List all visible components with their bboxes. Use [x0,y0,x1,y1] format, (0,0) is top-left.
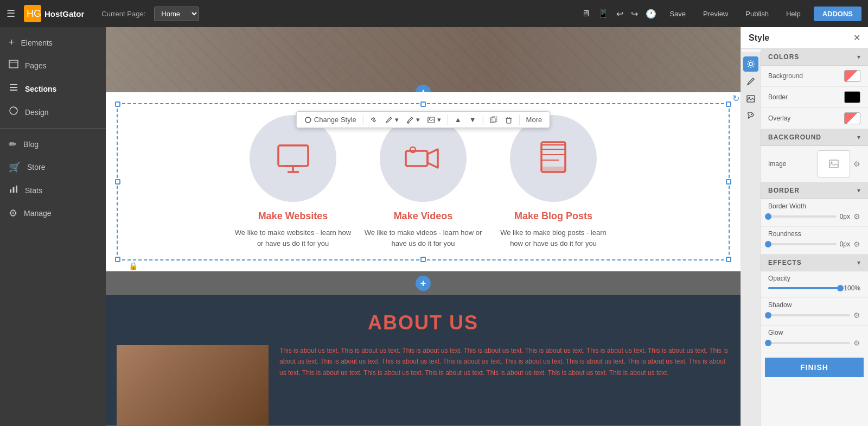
brush-icon [406,116,414,124]
sidebar-item-label: Design [25,108,49,117]
svg-rect-33 [747,96,755,102]
background-color-swatch-wrap: ▾ [844,70,860,82]
glow-gear-icon[interactable]: ⚙ [853,339,860,347]
border-color-swatch[interactable] [844,91,860,103]
roundness-slider[interactable] [768,243,837,245]
logo: HG HostGator [24,5,84,22]
colors-section-header[interactable]: COLORS ▾ [761,49,868,66]
svg-rect-14 [490,118,495,123]
sidebar-item-manage[interactable]: ⚙ Manage [0,202,106,225]
border-width-slider[interactable] [768,215,837,218]
duplicate-button[interactable] [487,115,501,125]
glow-label: Glow [768,329,783,336]
help-button[interactable]: Help [782,8,805,20]
resize-handle-tr[interactable] [726,101,731,107]
image-button[interactable]: ▾ [424,114,444,125]
roundness-value: 0px [840,240,850,248]
sidebar-item-sections[interactable]: Sections [0,77,106,100]
opacity-value: 100% [844,284,860,292]
effects-collapse-icon: ▾ [857,259,860,266]
glow-thumb[interactable] [765,340,771,346]
strip-settings-icon[interactable] [743,56,758,72]
background-color-swatch[interactable] [844,70,860,82]
move-down-button[interactable]: ▼ [466,114,480,125]
link-icon [370,116,378,124]
shadow-slider[interactable] [768,314,850,316]
border-width-row: Border Width 0px ⚙ [761,199,868,227]
tablet-view-icon[interactable]: 📱 [598,9,609,19]
border-property-row: Border ▾ [761,87,868,108]
save-button[interactable]: Save [665,8,690,20]
sidebar-item-elements[interactable]: + Elements [0,31,106,54]
strip-brush-icon[interactable] [743,74,758,89]
panel-close-button[interactable]: ✕ [853,33,860,43]
resize-handle-br[interactable] [726,257,731,262]
opacity-thumb[interactable] [837,285,844,291]
border-section-header[interactable]: BORDER ▾ [761,182,868,199]
history-icon[interactable]: 🕐 [646,9,656,19]
page-selector[interactable]: Home About Contact [154,7,199,21]
shadow-gear-icon[interactable]: ⚙ [853,311,860,320]
more-button[interactable]: More [523,114,546,125]
add-section-button-top[interactable]: + [416,85,431,92]
sidebar-item-pages[interactable]: Pages [0,54,106,77]
svg-point-32 [749,62,752,66]
border-section-label: BORDER [768,187,800,194]
link-button[interactable] [367,115,381,125]
roundness-gear-icon[interactable]: ⚙ [853,240,860,249]
background-section-header[interactable]: BACKGROUND ▾ [761,129,868,146]
border-width-gear-icon[interactable]: ⚙ [853,212,860,221]
undo-icon[interactable]: ↩ [616,9,623,19]
resize-handle-mr[interactable] [726,179,731,185]
rotate-icon[interactable]: ↻ [732,93,739,104]
overlay-property-row: Overlay ▾ [761,108,868,129]
resize-handle-ml[interactable] [115,179,120,185]
move-up-button[interactable]: ▲ [451,114,465,125]
sidebar-item-stats[interactable]: Stats [0,179,106,202]
sidebar-item-design[interactable]: Design [0,100,106,124]
strip-image-icon[interactable] [743,91,758,106]
preview-button[interactable]: Preview [699,8,732,20]
glow-slider-wrap: ⚙ [768,339,860,347]
sidebar-item-label: Manage [24,209,52,218]
opacity-row: Opacity 100% [761,271,868,298]
resize-handle-bl[interactable] [115,257,120,262]
effects-section-header[interactable]: EFFECTS ▾ [761,255,868,271]
hamburger-menu[interactable]: ☰ [7,8,15,20]
delete-button[interactable] [502,115,516,125]
shadow-thumb[interactable] [765,312,771,319]
add-section-button-mid[interactable]: + [416,276,431,291]
redo-icon[interactable]: ↪ [631,9,638,19]
overlay-color-swatch[interactable] [844,112,860,124]
sidebar-item-blog[interactable]: ✏ Blog [0,133,106,156]
background-collapse-icon: ▾ [857,133,860,141]
draw1-button[interactable]: ▾ [382,114,402,125]
about-image-inner [117,345,269,425]
image-upload-box[interactable] [818,150,850,177]
glow-slider[interactable] [768,342,850,344]
strip-rocket-icon[interactable] [743,109,758,124]
background-property-row: Background ▾ [761,66,868,87]
change-style-button[interactable]: Change Style [301,114,360,125]
finish-button[interactable]: FINISH [765,358,864,377]
logo-text: HostGator [44,9,84,18]
lock-icon[interactable]: 🔒 [129,262,138,270]
border-width-slider-wrap: 0px ⚙ [768,212,860,221]
shadow-slider-wrap: ⚙ [768,311,860,320]
svg-rect-24 [406,151,427,166]
image-settings-icon[interactable]: ⚙ [853,160,860,168]
draw2-button[interactable]: ▾ [403,114,423,125]
roundness-thumb[interactable] [765,241,771,247]
desktop-view-icon[interactable]: 🖥 [582,9,590,18]
copy-icon [490,116,497,124]
publish-button[interactable]: Publish [741,8,773,20]
resize-handle-tl[interactable] [115,101,120,107]
sidebar-item-store[interactable]: 🛒 Store [0,156,106,179]
card-title-blog: Make Blog Posts [514,211,592,222]
resize-handle-tm[interactable] [420,101,426,107]
resize-handle-bm[interactable] [420,257,426,262]
border-width-thumb[interactable] [765,213,771,220]
addons-button[interactable]: ADDONS [814,7,861,21]
opacity-slider[interactable] [768,287,840,289]
about-content: This is about us text. This is about us … [117,345,730,425]
